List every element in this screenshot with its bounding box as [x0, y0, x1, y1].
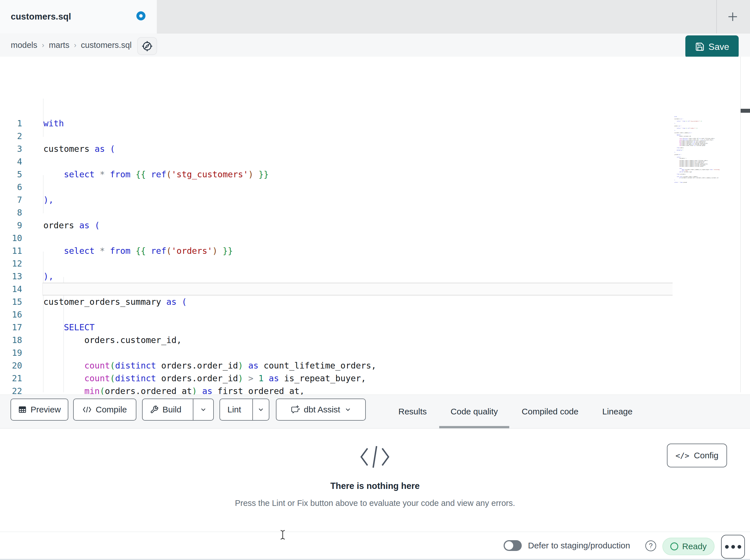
compile-label: Compile: [96, 405, 127, 414]
defer-label: Defer to staging/production: [528, 532, 630, 559]
more-options-button[interactable]: [721, 535, 745, 559]
build-dropdown-button[interactable]: [193, 399, 213, 420]
breadcrumb-separator: ›: [42, 41, 44, 49]
compass-icon: [141, 40, 153, 52]
status-ring-icon: [670, 542, 678, 551]
ellipsis-icon: [725, 545, 729, 549]
panel-tabs: Results Code quality Compiled code Linea…: [398, 395, 633, 428]
wrench-icon: [150, 405, 158, 414]
status-badge: Ready: [663, 538, 714, 555]
ellipsis-icon: [731, 545, 735, 549]
dbt-assist-label: dbt Assist: [304, 405, 340, 414]
code-brackets-icon: [82, 406, 92, 413]
empty-state-subtitle: Press the Lint or Fix button above to ev…: [0, 499, 750, 508]
ellipsis-icon: [737, 545, 741, 549]
code-editor[interactable]: 1234567891011121314151617181920212223242…: [0, 57, 750, 395]
breadcrumb-marts[interactable]: marts: [49, 41, 70, 50]
scrollbar-cursor-marker[interactable]: [741, 109, 750, 113]
minimap[interactable]: withcustomers as ( select * from {{ ref(…: [674, 116, 720, 186]
lint-button[interactable]: Lint: [220, 399, 249, 420]
breadcrumb-separator: ›: [74, 41, 77, 49]
tab-bar-divider: [716, 0, 717, 34]
window-bottom-edge: [0, 559, 750, 560]
text-cursor-icon: [280, 529, 286, 540]
chat-sparkle-icon: [290, 405, 300, 414]
code-brackets-icon: </>: [675, 451, 689, 460]
status-bar: [0, 532, 750, 559]
unsaved-changes-icon: [136, 11, 145, 20]
empty-state-title: There is nothing here: [0, 481, 750, 491]
tab-bar: customers.sql: [0, 0, 750, 34]
lint-split-button: Lint: [219, 398, 269, 421]
code-brackets-icon: [358, 443, 392, 471]
breadcrumb-file: customers.sql: [81, 41, 132, 50]
dbt-assist-button[interactable]: dbt Assist: [276, 398, 366, 421]
table-grid-icon: [18, 405, 27, 414]
breadcrumb: models › marts › customers.sql: [11, 34, 132, 57]
chevron-down-icon: [200, 406, 207, 413]
tab-results[interactable]: Results: [398, 395, 427, 428]
config-label: Config: [694, 451, 718, 460]
tab-customers-sql[interactable]: customers.sql: [0, 0, 157, 34]
breadcrumb-models[interactable]: models: [11, 41, 37, 50]
build-label: Build: [162, 405, 181, 414]
minimap-content: withcustomers as ( select * from {{ ref(…: [674, 116, 720, 183]
lint-dropdown-button[interactable]: [252, 399, 269, 420]
compile-button[interactable]: Compile: [73, 398, 136, 421]
preview-button[interactable]: Preview: [11, 398, 68, 421]
tab-compiled-code[interactable]: Compiled code: [522, 395, 578, 428]
lint-label: Lint: [228, 405, 241, 414]
tab-code-quality[interactable]: Code quality: [451, 395, 498, 428]
save-icon: [695, 42, 705, 51]
file-navigate-button[interactable]: [137, 37, 157, 55]
defer-toggle[interactable]: [504, 540, 522, 551]
tab-title: customers.sql: [11, 12, 71, 22]
save-button[interactable]: Save: [685, 36, 739, 58]
chevron-down-icon: [257, 406, 264, 413]
build-button[interactable]: Build: [143, 399, 189, 420]
new-tab-button[interactable]: [722, 5, 744, 28]
preview-label: Preview: [31, 405, 61, 414]
save-button-label: Save: [709, 42, 729, 52]
chevron-down-icon: [344, 406, 352, 413]
status-text: Ready: [682, 542, 707, 551]
build-split-button: Build: [142, 398, 214, 421]
tab-lineage[interactable]: Lineage: [602, 395, 633, 428]
config-button[interactable]: </> Config: [667, 443, 727, 468]
help-icon[interactable]: ?: [645, 540, 656, 551]
plus-icon: [727, 11, 739, 23]
